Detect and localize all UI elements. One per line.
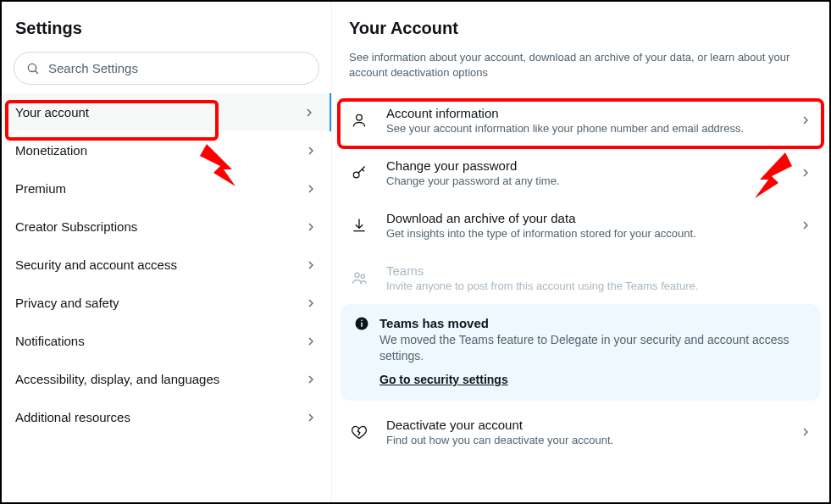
nav-accessibility-display-languages[interactable]: Accessibility, display, and languages xyxy=(2,360,331,398)
row-deactivate-account[interactable]: Deactivate your account Find out how you… xyxy=(332,406,829,458)
nav-label: Your account xyxy=(15,105,89,119)
notice-title: Teams has moved xyxy=(379,316,807,330)
teams-moved-notice: Teams has moved We moved the Teams featu… xyxy=(341,304,821,401)
chevron-right-icon xyxy=(799,166,812,180)
nav-privacy-safety[interactable]: Privacy and safety xyxy=(2,284,331,322)
people-icon xyxy=(349,269,369,286)
svg-point-5 xyxy=(355,274,359,278)
search-settings-input[interactable]: Search Settings xyxy=(14,52,319,85)
nav-premium[interactable]: Premium xyxy=(2,169,331,208)
row-sub: See your account information like your p… xyxy=(386,122,782,135)
chevron-right-icon xyxy=(304,411,318,424)
panel-title: Your Account xyxy=(332,12,829,47)
nav-security-account-access[interactable]: Security and account access xyxy=(2,246,331,284)
nav-label: Additional resources xyxy=(15,410,130,424)
download-icon xyxy=(349,217,369,234)
nav-creator-subscriptions[interactable]: Creator Subscriptions xyxy=(2,208,331,246)
nav-label: Monetization xyxy=(15,143,87,158)
notice-body: We moved the Teams feature to Delegate i… xyxy=(379,332,807,364)
search-icon xyxy=(26,62,40,75)
info-icon xyxy=(354,316,369,387)
nav-label: Premium xyxy=(15,181,66,196)
row-download-archive[interactable]: Download an archive of your data Get ins… xyxy=(332,199,829,252)
nav-monetization[interactable]: Monetization xyxy=(2,131,331,169)
row-title: Change your password xyxy=(386,158,782,173)
person-icon xyxy=(349,112,369,129)
search-placeholder: Search Settings xyxy=(48,61,138,75)
svg-point-6 xyxy=(361,275,364,279)
nav-additional-resources[interactable]: Additional resources xyxy=(2,398,331,436)
row-title: Teams xyxy=(386,263,812,278)
row-teams: Teams Invite anyone to post from this ac… xyxy=(332,252,829,304)
chevron-right-icon xyxy=(799,114,812,127)
row-sub: Get insights into the type of informatio… xyxy=(386,227,782,240)
chevron-right-icon xyxy=(304,182,318,196)
chevron-right-icon xyxy=(304,335,318,348)
heartbreak-icon xyxy=(349,424,369,440)
chevron-right-icon xyxy=(304,296,318,310)
nav-label: Privacy and safety xyxy=(15,296,119,310)
row-title: Account information xyxy=(386,106,782,120)
row-title: Download an archive of your data xyxy=(386,211,782,225)
svg-rect-9 xyxy=(361,320,363,322)
chevron-right-icon xyxy=(304,144,318,158)
panel-description: See information about your account, down… xyxy=(332,47,829,94)
row-account-information[interactable]: Account information See your account inf… xyxy=(332,94,829,147)
your-account-panel: Your Account See information about your … xyxy=(332,2,829,502)
key-icon xyxy=(349,164,369,181)
svg-line-1 xyxy=(36,70,38,73)
row-sub: Find out how you can deactivate your acc… xyxy=(386,434,782,446)
row-change-password[interactable]: Change your password Change your passwor… xyxy=(332,147,829,199)
settings-title: Settings xyxy=(2,12,331,52)
nav-notifications[interactable]: Notifications xyxy=(2,322,331,360)
nav-label: Security and account access xyxy=(15,258,177,272)
row-sub: Invite anyone to post from this account … xyxy=(386,280,812,292)
chevron-right-icon xyxy=(304,220,318,234)
notice-link-security-settings[interactable]: Go to security settings xyxy=(379,373,508,386)
nav-your-account[interactable]: Your account xyxy=(2,93,331,131)
settings-sidebar: Settings Search Settings Your account Mo… xyxy=(2,2,332,502)
chevron-right-icon xyxy=(304,373,318,386)
svg-point-0 xyxy=(28,64,36,71)
row-sub: Change your password at any time. xyxy=(386,174,782,187)
nav-label: Notifications xyxy=(15,334,85,348)
chevron-right-icon xyxy=(302,106,316,119)
nav-label: Accessibility, display, and languages xyxy=(15,372,219,386)
svg-rect-8 xyxy=(361,323,363,327)
chevron-right-icon xyxy=(799,219,812,232)
chevron-right-icon xyxy=(304,258,318,272)
svg-point-3 xyxy=(357,115,363,121)
nav-label: Creator Subscriptions xyxy=(15,219,137,234)
chevron-right-icon xyxy=(799,425,812,439)
row-title: Deactivate your account xyxy=(386,418,782,432)
